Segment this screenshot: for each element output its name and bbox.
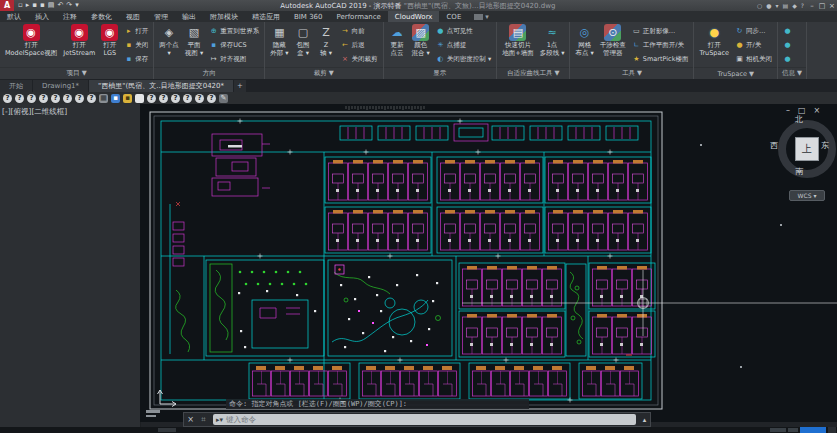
ribbon-button-隐藏[interactable]: ▦隐藏外部 ▾	[268, 24, 290, 67]
ribbon-tab-参数化[interactable]: 参数化	[84, 11, 119, 22]
status-item-active[interactable]	[800, 427, 826, 433]
ribbon-button-关闭裁剪[interactable]: ×关闭裁剪	[341, 55, 378, 64]
ribbon-button-网格[interactable]: ◎网格布点 ▾	[573, 24, 595, 67]
app-store-icon[interactable]: ▤	[783, 2, 789, 9]
account-dropdown-icon[interactable]: ▾	[776, 2, 779, 9]
file-tab-2[interactable]: "西柚里"(民宿、文..目地形图提交0420*	[89, 80, 233, 92]
ribbon-panel-label[interactable]: 信息 ▼	[778, 67, 806, 79]
compass-south[interactable]: 南	[794, 166, 804, 177]
ribbon-button-1点[interactable]: ≈1点多段线 ▾	[538, 24, 567, 67]
file-tab-0[interactable]: 开始	[0, 80, 32, 92]
question-icon[interactable]: ?	[207, 94, 216, 103]
ribbon-button-平面[interactable]: ▧平面视图 ▾	[183, 24, 205, 67]
ribbon-button-正射影像…[interactable]: ▭正射影像…	[632, 27, 689, 36]
ribbon-button-相机关闭[interactable]: ▣相机关闭	[735, 55, 772, 64]
command-close-button[interactable]: ×	[184, 415, 197, 424]
ribbon-tab-输出[interactable]: 输出	[175, 11, 203, 22]
ribbon-button-更新[interactable]: ☁更新点云	[387, 24, 408, 67]
edit-icon[interactable]: ✎	[219, 94, 228, 103]
close-button[interactable]: ×	[827, 2, 837, 10]
ribbon-button-包围[interactable]: ▢包围盒 ▾	[293, 24, 314, 67]
question-icon[interactable]: ?	[183, 94, 192, 103]
ribbon-button-对齐视图[interactable]: ↦对齐视图	[209, 55, 259, 64]
ribbon-button-info-1[interactable]: ●	[783, 27, 792, 36]
plot-icon[interactable]: ▤	[48, 2, 55, 9]
redo-icon[interactable]: ↷	[66, 2, 72, 9]
palette-icon[interactable]: ▦	[99, 94, 108, 103]
ribbon-button-同步…[interactable]: ↻同步…	[735, 27, 772, 36]
question-icon[interactable]: ?	[51, 94, 60, 103]
ribbon-button-info-2[interactable]: ●	[783, 41, 792, 50]
question-icon[interactable]: ?	[147, 94, 156, 103]
question-icon[interactable]: ?	[63, 94, 72, 103]
question-icon[interactable]: ?	[15, 94, 24, 103]
ribbon-tab-BIM 360[interactable]: BIM 360	[287, 11, 330, 22]
help-icon[interactable]: ?	[801, 2, 804, 9]
command-expand-icon[interactable]: ▴	[639, 416, 650, 424]
new-drawing-tab-button[interactable]: +	[234, 80, 246, 92]
customize-icon[interactable]: ⌗	[197, 415, 210, 425]
yellow-icon[interactable]: ▪	[123, 94, 132, 103]
file-tab-1[interactable]: Drawing1*	[33, 80, 88, 92]
question-icon[interactable]: ?	[39, 94, 48, 103]
ribbon-tab-插入[interactable]: 插入	[28, 11, 56, 22]
undo-icon[interactable]: ↶	[57, 2, 63, 9]
ribbon-button-打开[interactable]: ◉打开ModelSpace视图	[3, 24, 59, 67]
ribbon-tab-COE[interactable]: COE	[439, 11, 468, 22]
ribbon-button-打开[interactable]: ◉打开JetStream	[61, 24, 97, 67]
ribbon-tab-精选应用[interactable]: 精选应用	[245, 11, 287, 22]
question-icon[interactable]: ?	[159, 94, 168, 103]
sign-in-icon[interactable]: ●	[766, 2, 771, 9]
viewport-close-icon[interactable]: ×	[814, 107, 821, 115]
ribbon-tab-视图[interactable]: 视图	[119, 11, 147, 22]
question-icon[interactable]: ?	[3, 94, 12, 103]
viewport-controls-label[interactable]: [-][俯视][二维线框]	[2, 107, 67, 117]
ribbon-tab-注释[interactable]: 注释	[56, 11, 84, 22]
ribbon-button-保存UCS[interactable]: ▪保存UCS	[209, 41, 259, 50]
ribbon-button-快速切片[interactable]: ▤快速切片地面+墙面	[500, 24, 535, 67]
square-icon[interactable]: ▪	[135, 94, 144, 103]
ribbon-button-关闭[interactable]: ▪关闭	[124, 41, 148, 50]
ribbon-tab-CloudWorx[interactable]: CloudWorx	[388, 11, 440, 22]
status-item[interactable]	[770, 428, 786, 432]
search-icon[interactable]: ○	[757, 2, 762, 9]
compass-north[interactable]: 北	[794, 114, 804, 125]
status-item[interactable]	[788, 428, 798, 432]
blue-icon[interactable]: ▪	[111, 94, 120, 103]
notification-icon[interactable]: ◆	[792, 2, 797, 9]
minimize-button[interactable]: –	[807, 2, 817, 10]
status-item[interactable]	[828, 427, 836, 433]
ribbon-button-两个点[interactable]: ◈两个点▾	[157, 24, 181, 67]
ribbon-panel-label[interactable]: 工具 ▼	[570, 67, 693, 79]
ribbon-panel-label[interactable]: 自适应曲线工具 ▼	[497, 67, 569, 79]
ribbon-button-干涉检查[interactable]: ⊙干涉检查管理器	[598, 24, 628, 67]
model-space-viewport[interactable]: 命令: 指定对角点或 [栏选(F)/圈围(WP)/圈交(CP)]:	[140, 104, 837, 422]
question-icon[interactable]: ?	[75, 94, 84, 103]
view-cube-top-face[interactable]: 上	[795, 137, 819, 161]
ribbon-tab-管理[interactable]: 管理	[147, 11, 175, 22]
question-icon[interactable]: ?	[171, 94, 180, 103]
ribbon-button-SmartPick楼面[interactable]: ★SmartPick楼面	[632, 55, 689, 64]
compass-west[interactable]: 西	[769, 140, 779, 151]
ribbon-button-打开[interactable]: ◉打开LGS	[99, 24, 120, 67]
ribbon-button-向前[interactable]: →向前	[341, 27, 378, 36]
ribbon-panel-label[interactable]: 项目 ▼	[0, 67, 153, 79]
ribbon-tab-默认[interactable]: 默认	[0, 11, 28, 22]
ribbon-button-点可见性[interactable]: ●点可见性	[436, 27, 491, 36]
ribbon-button-点捕捉[interactable]: ✳点捕捉	[436, 41, 491, 50]
ribbon-button-打开[interactable]: ●打开TruSpace	[697, 24, 731, 67]
ribbon-button-重置到世界系[interactable]: ⊕重置到世界系	[209, 27, 259, 36]
ribbon-button-Z[interactable]: ZZ轴 ▾	[316, 24, 337, 67]
ribbon-button-工作平面开/关[interactable]: ∟工作平面开/关	[632, 41, 689, 50]
app-menu-button[interactable]: A	[0, 0, 14, 11]
ribbon-panel-label[interactable]: 方向	[154, 67, 264, 79]
compass-east[interactable]: 东	[820, 140, 830, 151]
maximize-button[interactable]: □	[817, 2, 827, 10]
ribbon-button-开/关[interactable]: ●开/关	[735, 41, 772, 50]
ribbon-panel-label[interactable]: 显示	[384, 67, 497, 79]
new-icon[interactable]: ▫	[18, 2, 23, 9]
ribbon-button-后退[interactable]: ←后退	[341, 41, 378, 50]
save-as-icon[interactable]: ▪	[40, 2, 45, 9]
viewport-minimize-icon[interactable]: –	[786, 107, 790, 115]
ribbon-button-保存[interactable]: ▪保存	[124, 55, 148, 64]
